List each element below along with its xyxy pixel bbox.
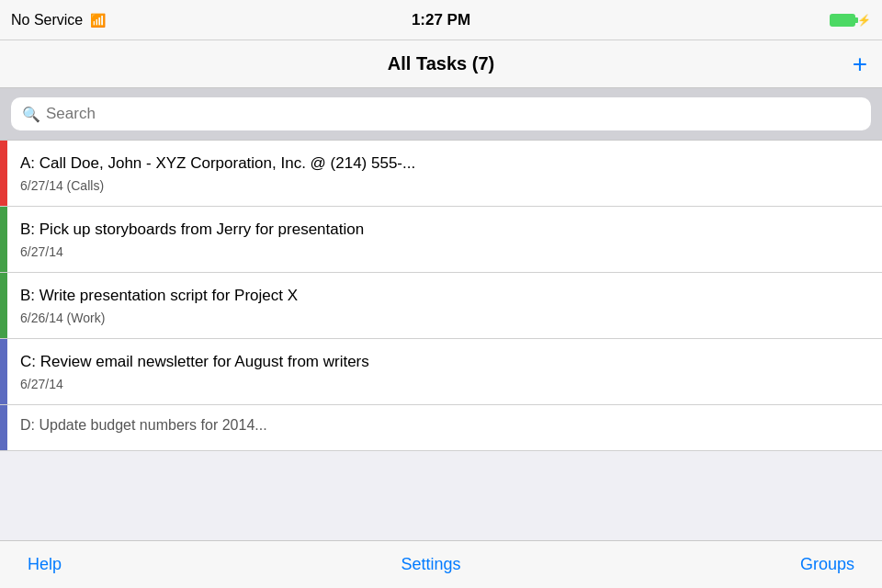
task-content: D: Update budget numbers for 2014... [7,405,882,450]
task-content: A: Call Doe, John - XYZ Corporation, Inc… [7,141,882,206]
task-list: A: Call Doe, John - XYZ Corporation, Inc… [0,140,882,451]
tab-bar: Help Settings Groups [0,540,882,588]
task-title: A: Call Doe, John - XYZ Corporation, Inc… [20,153,869,174]
task-content: C: Review email newsletter for August fr… [7,339,882,404]
wifi-icon: 📶 [90,13,106,28]
no-service-label: No Service [11,12,83,28]
task-meta: 6/27/14 [20,244,869,259]
task-meta: 6/27/14 (Calls) [20,178,869,193]
priority-bar-green [0,273,7,338]
battery-indicator: ⚡ [830,14,871,27]
task-meta: 6/26/14 (Work) [20,311,869,325]
navigation-bar: All Tasks (7) + [0,40,882,88]
task-title: D: Update budget numbers for 2014... [20,416,869,435]
task-meta: 6/27/14 [20,377,869,391]
tab-settings[interactable]: Settings [401,555,460,574]
battery-icon [830,14,855,27]
battery-bolt-icon: ⚡ [857,14,871,27]
search-input[interactable] [46,105,860,123]
priority-bar-blue [0,405,7,450]
priority-bar-red [0,141,7,206]
search-bar-container: 🔍 [0,88,882,140]
status-right: ⚡ [830,14,871,27]
table-row[interactable]: B: Write presentation script for Project… [0,273,882,339]
priority-bar-green [0,207,7,272]
task-title: B: Pick up storyboards from Jerry for pr… [20,220,869,240]
search-input-wrapper[interactable]: 🔍 [11,97,871,130]
table-row[interactable]: C: Review email newsletter for August fr… [0,339,882,405]
status-bar: No Service 📶 1:27 PM ⚡ [0,0,882,40]
task-title: C: Review email newsletter for August fr… [20,352,869,372]
status-left: No Service 📶 [11,12,106,28]
table-row[interactable]: D: Update budget numbers for 2014... [0,405,882,451]
tab-groups[interactable]: Groups [800,555,854,574]
tab-help[interactable]: Help [28,555,62,574]
priority-bar-blue [0,339,7,404]
task-title: B: Write presentation script for Project… [20,286,869,306]
page-title: All Tasks (7) [388,53,494,74]
search-icon: 🔍 [22,106,40,123]
table-row[interactable]: A: Call Doe, John - XYZ Corporation, Inc… [0,141,882,207]
task-content: B: Pick up storyboards from Jerry for pr… [7,207,882,272]
status-time: 1:27 PM [412,11,470,29]
add-task-button[interactable]: + [853,51,867,77]
table-row[interactable]: B: Pick up storyboards from Jerry for pr… [0,207,882,273]
task-content: B: Write presentation script for Project… [7,273,882,338]
